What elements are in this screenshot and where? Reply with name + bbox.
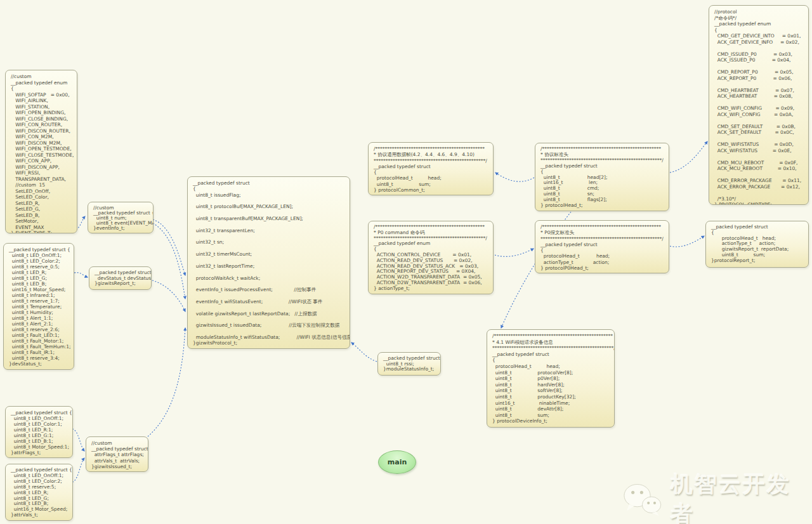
action-type-enum-box-code: /***************************************… (374, 225, 488, 292)
conn-eventinfo-to-protocol-2 (153, 223, 185, 299)
main-node-label: main (388, 458, 407, 466)
conn-attrvals-to-gizwitsissued (72, 458, 84, 482)
conn-attrflags-to-gizwitsissued (72, 429, 84, 451)
diagram-canvas: //custom __packed typedef enum { WIFI_SO… (0, 0, 812, 524)
gizwits-protocol-struct-box: __packed typedef struct { uint8_t issued… (187, 176, 350, 349)
conn-protocolhead-to-cmdtype (670, 141, 707, 173)
conn-eventinfo-to-protocol-1 (153, 219, 185, 275)
main-node: main (378, 450, 416, 474)
protocol-head-struct-box: /***************************************… (535, 143, 669, 211)
dev-status-struct-box: __packed typedef struct { uint8_t LED_On… (3, 243, 74, 370)
event-type-enum-box-code: //custom __packed typedef enum { WIFI_SO… (11, 74, 72, 233)
event-info-struct-box-code: //custom __packed typedef struct { uint8… (93, 206, 148, 231)
protocol-device-info-struct-box: /***************************************… (487, 329, 615, 428)
conn-actiontype-to-p0head (495, 249, 534, 256)
gizwits-issued-struct-box: //custom __packed typedef struct { attrF… (86, 436, 148, 472)
gizwits-issued-struct-box-code: //custom __packed typedef struct { attrF… (91, 440, 143, 469)
module-status-info-struct-box: __packed typedef struct { uint8_t rssi; … (377, 352, 441, 376)
attr-vals-struct-box: __packed typedef struct { uint8_t LED_On… (5, 464, 73, 521)
watermark-text: 机智云开发者 (671, 469, 812, 524)
event-info-struct-box: //custom __packed typedef struct { uint8… (88, 202, 154, 233)
attr-vals-struct-box-code: __packed typedef struct { uint8_t LED_On… (11, 468, 67, 518)
gizwits-protocol-struct-box-code: __packed typedef struct { uint8_t issued… (193, 180, 344, 346)
event-type-enum-box: //custom __packed typedef enum { WIFI_SO… (5, 70, 77, 233)
conn-p0head-to-report (670, 236, 704, 247)
protocol-device-info-struct-box-code: /***************************************… (492, 333, 609, 424)
dev-status-struct-box-code: __packed typedef struct { uint8_t LED_On… (9, 247, 69, 367)
protocol-p0-head-struct-box-code: /***************************************… (540, 224, 664, 271)
attr-flags-struct-box: __packed typedef struct { uint8_t LED_On… (5, 406, 73, 458)
conn-devstatus-to-gizwitsreport (74, 273, 88, 277)
wechat-icon (623, 482, 662, 516)
watermark: 机智云开发者 (623, 469, 812, 524)
action-type-enum-box: /***************************************… (368, 221, 494, 294)
protocol-cmdtype-enum-box-code: //protocol /*命令码*/ __packed typedef enum… (714, 9, 803, 205)
conn-gizwitsissued-to-protocol (148, 328, 185, 436)
protocol-report-struct-box-code: __packed typedef struct { protocolHead_t… (711, 225, 803, 264)
protocol-p0-head-struct-box: /***************************************… (535, 220, 669, 273)
attr-flags-struct-box-code: __packed typedef struct { uint8_t LED_On… (11, 410, 67, 455)
conn-modulestatus-to-protocol (351, 343, 377, 362)
module-status-info-struct-box-code: __packed typedef struct { uint8_t rssi; … (383, 356, 435, 372)
protocol-report-struct-box: __packed typedef struct { protocolHead_t… (705, 221, 809, 268)
protocol-common-struct-box-code: /***************************************… (374, 146, 488, 193)
gizwits-report-struct-box-code: __packed typedef struct { devStatus_t de… (95, 270, 146, 287)
conn-protocolhead-to-common (495, 173, 534, 181)
gizwits-report-struct-box: __packed typedef struct { devStatus_t de… (89, 266, 152, 290)
conn-gizwitsreport-to-protocol (152, 280, 185, 311)
protocol-head-struct-box-code: /***************************************… (540, 147, 664, 209)
protocol-cmdtype-enum-box: //protocol /*命令码*/ __packed typedef enum… (709, 5, 809, 205)
protocol-common-struct-box: /***************************************… (368, 142, 494, 195)
